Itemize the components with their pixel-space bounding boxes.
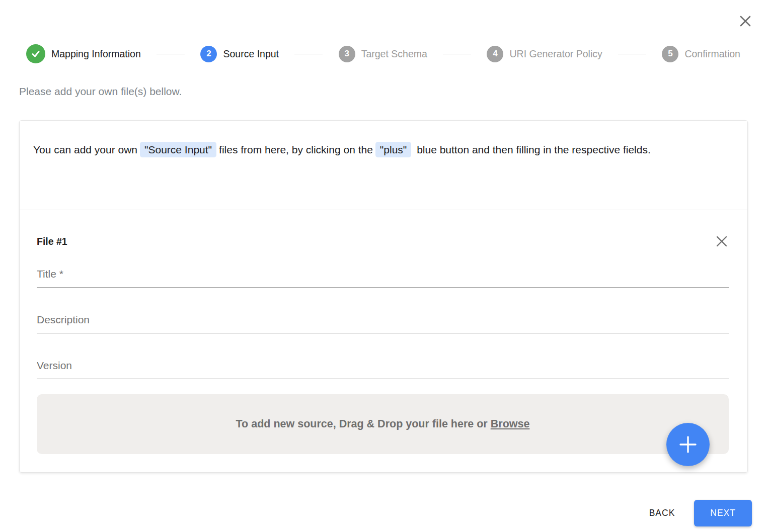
step-label: URI Generator Policy xyxy=(509,48,602,60)
close-icon xyxy=(715,235,728,248)
next-button[interactable]: NEXT xyxy=(694,500,752,526)
step-number-badge: 4 xyxy=(487,46,503,62)
wizard-stepper: Mapping Information 2 Source Input 3 Tar… xyxy=(26,44,740,63)
step-number-badge: 5 xyxy=(662,46,678,62)
step-label: Target Schema xyxy=(361,48,427,60)
step-confirmation[interactable]: 5 Confirmation xyxy=(662,46,740,62)
info-segment: files from here, by clicking on the xyxy=(219,144,373,155)
info-segment: You can add your own xyxy=(33,144,137,155)
dropzone-text: To add new source, Drag & Drop your file… xyxy=(236,418,530,430)
file-card-title: File #1 xyxy=(37,236,67,247)
step-label: Confirmation xyxy=(684,48,740,60)
description-input[interactable] xyxy=(37,314,729,333)
stepper-connector xyxy=(157,54,185,54)
step-mapping-information[interactable]: Mapping Information xyxy=(26,44,141,63)
step-target-schema[interactable]: 3 Target Schema xyxy=(339,46,427,62)
info-segment: blue button and then filling in the resp… xyxy=(417,144,651,155)
page-subtitle: Please add your own file(s) bellow. xyxy=(19,85,767,98)
step-label: Mapping Information xyxy=(51,48,141,60)
step-number-badge: 3 xyxy=(339,46,355,62)
step-uri-generator-policy[interactable]: 4 URI Generator Policy xyxy=(487,46,602,62)
step-source-input[interactable]: 2 Source Input xyxy=(200,46,279,62)
step-number-badge: 2 xyxy=(200,46,217,62)
plus-icon xyxy=(678,435,698,454)
title-input[interactable] xyxy=(37,268,729,288)
stepper-connector xyxy=(294,54,323,54)
file-dropzone[interactable]: To add new source, Drag & Drop your file… xyxy=(37,394,729,454)
wizard-dialog: Mapping Information 2 Source Input 3 Tar… xyxy=(0,44,767,526)
source-input-chip: "Source Input" xyxy=(140,142,216,157)
close-icon xyxy=(738,14,752,28)
stepper-connector xyxy=(443,54,471,54)
info-section: You can add your own"Source Input"files … xyxy=(20,121,747,210)
remove-file-button[interactable] xyxy=(715,234,729,248)
add-file-button[interactable] xyxy=(666,423,710,466)
info-text: You can add your own"Source Input"files … xyxy=(33,140,734,159)
footer-actions: BACK NEXT xyxy=(0,500,752,526)
source-input-panel: You can add your own"Source Input"files … xyxy=(19,120,748,473)
dialog-close-button[interactable] xyxy=(737,13,753,29)
stepper-connector xyxy=(618,54,646,54)
back-button[interactable]: BACK xyxy=(647,503,677,523)
dropzone-text-segment: To add new source, Drag & Drop your file… xyxy=(236,418,488,430)
step-label: Source Input xyxy=(223,48,279,60)
version-input[interactable] xyxy=(37,360,729,379)
check-icon xyxy=(26,44,45,63)
plus-chip: "plus" xyxy=(375,142,411,157)
browse-link[interactable]: Browse xyxy=(491,418,530,430)
file-card: File #1 To add new source, Drag & Drop y… xyxy=(20,210,747,454)
file-card-header: File #1 xyxy=(37,234,729,248)
